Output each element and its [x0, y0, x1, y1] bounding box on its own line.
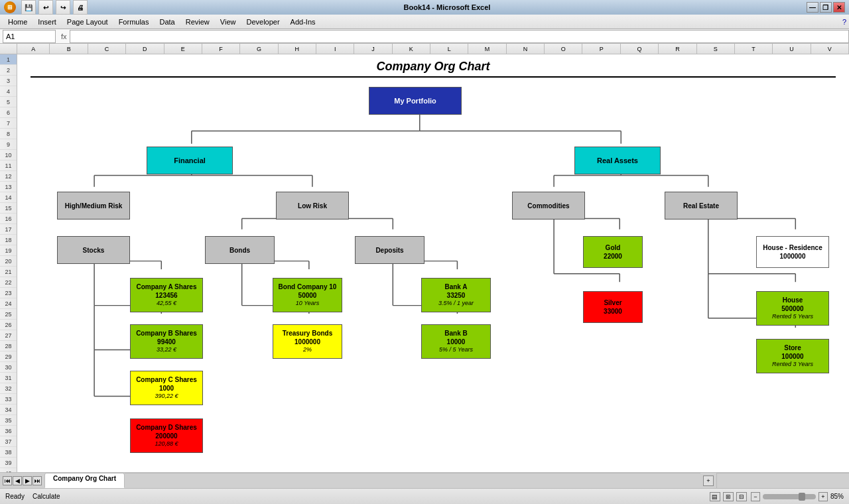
page-layout-view-btn[interactable]: ⊞ — [723, 492, 734, 501]
row-31[interactable]: 31 — [0, 373, 17, 383]
row-22[interactable]: 22 — [0, 277, 17, 288]
col-N[interactable]: N — [507, 44, 545, 54]
row-29[interactable]: 29 — [0, 351, 17, 362]
sheet-nav-prev[interactable]: ◀ — [13, 476, 22, 485]
col-M[interactable]: M — [468, 44, 506, 54]
row-27[interactable]: 27 — [0, 330, 17, 341]
col-R[interactable]: R — [659, 44, 696, 54]
add-sheet-btn[interactable]: + — [703, 475, 714, 486]
zoom-slider[interactable] — [763, 494, 816, 499]
menu-bar: Home Insert Page Layout Formulas Data Re… — [0, 15, 849, 29]
redo-btn[interactable]: ↪ — [56, 0, 70, 15]
col-C[interactable]: C — [88, 44, 126, 54]
row-6[interactable]: 6 — [0, 107, 17, 118]
row-14[interactable]: 14 — [0, 192, 17, 203]
minimize-btn[interactable]: — — [807, 2, 818, 13]
row-39[interactable]: 39 — [0, 458, 17, 468]
row-25[interactable]: 25 — [0, 309, 17, 320]
office-button[interactable]: ⊞ — [4, 1, 16, 13]
col-V[interactable]: V — [811, 44, 849, 54]
row-9[interactable]: 9 — [0, 139, 17, 150]
row-36[interactable]: 36 — [0, 426, 17, 436]
row-32[interactable]: 32 — [0, 383, 17, 394]
row-26[interactable]: 26 — [0, 320, 17, 330]
col-F[interactable]: F — [202, 44, 240, 54]
sheet-nav-first[interactable]: ⏮ — [3, 476, 12, 485]
sheet-nav-last[interactable]: ⏭ — [33, 476, 42, 485]
col-T[interactable]: T — [735, 44, 773, 54]
formula-input[interactable] — [70, 30, 849, 43]
row-40[interactable]: 40 — [0, 468, 17, 472]
row-23[interactable]: 23 — [0, 288, 17, 298]
save-btn[interactable]: 💾 — [21, 0, 36, 15]
row-19[interactable]: 19 — [0, 245, 17, 256]
box-commodities: Commodities — [512, 192, 585, 220]
row-7[interactable]: 7 — [0, 118, 17, 129]
col-J[interactable]: J — [354, 44, 392, 54]
col-G[interactable]: G — [240, 44, 278, 54]
col-E[interactable]: E — [164, 44, 202, 54]
row-1[interactable]: 1 — [0, 54, 17, 65]
menu-addins[interactable]: Add-Ins — [285, 17, 321, 27]
row-18[interactable]: 18 — [0, 235, 17, 245]
menu-home[interactable]: Home — [3, 17, 33, 27]
cell-reference-input[interactable] — [3, 30, 56, 43]
col-B[interactable]: B — [50, 44, 88, 54]
row-12[interactable]: 12 — [0, 171, 17, 182]
menu-page-layout[interactable]: Page Layout — [62, 17, 113, 27]
col-Q[interactable]: Q — [621, 44, 659, 54]
col-S[interactable]: S — [697, 44, 735, 54]
row-21[interactable]: 21 — [0, 267, 17, 277]
row-numbers: 1 2 3 4 5 6 7 8 9 10 11 12 13 14 15 16 1… — [0, 54, 17, 472]
sheet-nav-next[interactable]: ▶ — [23, 476, 32, 485]
row-28[interactable]: 28 — [0, 341, 17, 351]
col-H[interactable]: H — [279, 44, 316, 54]
chart-area: Company Org Chart — [17, 54, 849, 472]
row-10[interactable]: 10 — [0, 150, 17, 160]
undo-btn[interactable]: ↩ — [38, 0, 53, 15]
row-5[interactable]: 5 — [0, 97, 17, 107]
menu-view[interactable]: View — [215, 17, 241, 27]
col-L[interactable]: L — [430, 44, 468, 54]
row-4[interactable]: 4 — [0, 86, 17, 97]
zoom-out-btn[interactable]: − — [751, 492, 760, 501]
row-20[interactable]: 20 — [0, 256, 17, 267]
row-37[interactable]: 37 — [0, 436, 17, 447]
col-K[interactable]: K — [393, 44, 430, 54]
menu-developer[interactable]: Developer — [241, 17, 285, 27]
row-33[interactable]: 33 — [0, 394, 17, 405]
row-16[interactable]: 16 — [0, 214, 17, 224]
row-2[interactable]: 2 — [0, 65, 17, 76]
col-U[interactable]: U — [773, 44, 811, 54]
page-break-view-btn[interactable]: ⊟ — [736, 492, 747, 501]
restore-btn[interactable]: ❐ — [820, 2, 832, 13]
row-30[interactable]: 30 — [0, 362, 17, 373]
col-O[interactable]: O — [545, 44, 582, 54]
row-3[interactable]: 3 — [0, 76, 17, 86]
menu-data[interactable]: Data — [154, 17, 180, 27]
row-13[interactable]: 13 — [0, 182, 17, 192]
col-D[interactable]: D — [126, 44, 164, 54]
col-I[interactable]: I — [316, 44, 354, 54]
row-15[interactable]: 15 — [0, 203, 17, 214]
box-company-c: Company C Shares 1000 390,22 € — [130, 371, 203, 405]
row-17[interactable]: 17 — [0, 224, 17, 235]
status-bar: Ready Calculate ▤ ⊞ ⊟ − + 85% — [0, 488, 849, 504]
row-35[interactable]: 35 — [0, 415, 17, 426]
menu-formulas[interactable]: Formulas — [113, 17, 155, 27]
row-8[interactable]: 8 — [0, 129, 17, 139]
normal-view-btn[interactable]: ▤ — [710, 492, 720, 501]
menu-insert[interactable]: Insert — [33, 17, 62, 27]
title-bar: ⊞ 💾 ↩ ↪ 🖨 Book14 - Microsoft Excel — ❐ ✕ — [0, 0, 849, 15]
row-34[interactable]: 34 — [0, 405, 17, 415]
row-11[interactable]: 11 — [0, 160, 17, 171]
row-38[interactable]: 38 — [0, 447, 17, 458]
print-btn[interactable]: 🖨 — [73, 0, 88, 15]
close-btn[interactable]: ✕ — [833, 2, 845, 13]
sheet-tab-org-chart[interactable]: Company Org Chart — [44, 473, 125, 488]
menu-review[interactable]: Review — [180, 17, 215, 27]
zoom-in-btn[interactable]: + — [818, 492, 828, 501]
col-P[interactable]: P — [582, 44, 620, 54]
col-A[interactable]: A — [17, 44, 50, 54]
row-24[interactable]: 24 — [0, 298, 17, 309]
